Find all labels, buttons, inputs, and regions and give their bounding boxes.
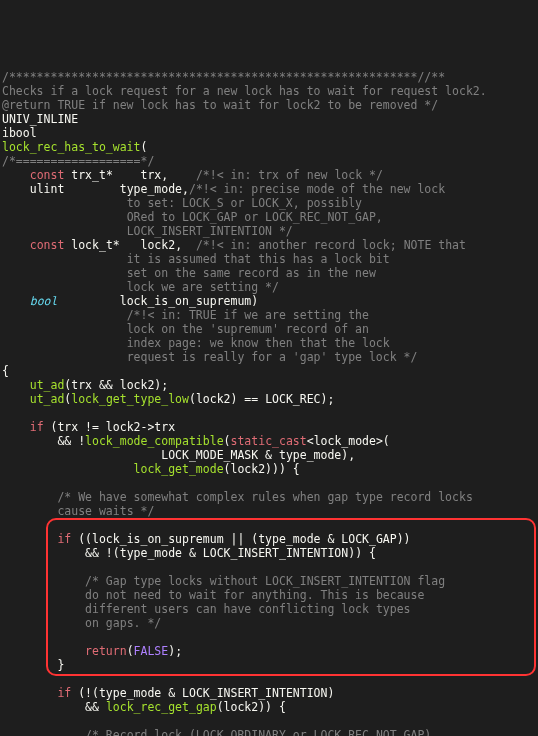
- param-comment: /*!< in: TRUE if we are setting the: [127, 308, 369, 322]
- macro: UNIV_INLINE: [2, 112, 78, 126]
- comment-line: different users can have conflicting loc…: [85, 602, 410, 616]
- param: type_mode: [120, 182, 182, 196]
- param-comment: it is assumed that this has a lock bit: [127, 252, 390, 266]
- comment-line: do not need to wait for anything. This i…: [85, 588, 424, 602]
- const: LOCK_INSERT_INTENTION: [182, 686, 327, 700]
- type: trx_t*: [71, 168, 113, 182]
- keyword: if: [30, 420, 44, 434]
- type: ulint: [30, 182, 65, 196]
- function-name: lock_rec_has_to_wait: [2, 140, 140, 154]
- keyword: if: [57, 532, 71, 546]
- call: lock_get_mode: [134, 462, 224, 476]
- const: LOCK_GAP: [341, 532, 396, 546]
- type: lock_t*: [71, 238, 119, 252]
- param: lock_is_on_supremum: [120, 294, 252, 308]
- comment-line: on gaps. */: [85, 616, 161, 630]
- param-comment: index page: we know then that the lock: [127, 336, 390, 350]
- param-comment: request is really for a 'gap' type lock …: [127, 350, 418, 364]
- param-comment: ORed to LOCK_GAP or LOCK_REC_NOT_GAP,: [127, 210, 383, 224]
- param-comment: lock we are setting */: [127, 280, 279, 294]
- keyword: return: [85, 644, 127, 658]
- param-comment: set on the same record as in the new: [127, 266, 376, 280]
- const: LOCK_REC: [265, 392, 320, 406]
- comment-line: /*==================*/: [2, 154, 154, 168]
- param-comment: to set: LOCK_S or LOCK_X, possibly: [127, 196, 362, 210]
- call: lock_get_type_low: [71, 392, 189, 406]
- keyword: if: [57, 686, 71, 700]
- param-comment: LOCK_INSERT_INTENTION */: [127, 224, 293, 238]
- comment-line: /* Record lock (LOCK_ORDINARY or LOCK_RE…: [85, 728, 431, 736]
- call: ut_ad: [30, 378, 65, 392]
- comment-line: Checks if a lock request for a new lock …: [2, 84, 487, 98]
- code-block: /***************************************…: [2, 56, 538, 736]
- call: ut_ad: [30, 392, 65, 406]
- param-comment: /*!< in: another record lock; NOTE that: [196, 238, 466, 252]
- return-type: ibool: [2, 126, 37, 140]
- const: FALSE: [134, 644, 169, 658]
- comment-line: cause waits */: [57, 504, 154, 518]
- param-comment: /*!< in: trx of new lock */: [196, 168, 383, 182]
- comment-line: /* We have somewhat complex rules when g…: [57, 490, 472, 504]
- comment-line: @return TRUE if new lock has to wait for…: [2, 98, 438, 112]
- keyword: const: [30, 168, 65, 182]
- param: trx: [141, 168, 162, 182]
- const: LOCK_MODE_MASK: [161, 448, 258, 462]
- keyword: static_cast: [231, 434, 307, 448]
- type: bool: [30, 294, 58, 308]
- comment-line: /* Gap type locks without LOCK_INSERT_IN…: [85, 574, 445, 588]
- keyword: const: [30, 238, 65, 252]
- const: LOCK_INSERT_INTENTION: [203, 546, 348, 560]
- call: lock_mode_compatible: [85, 434, 223, 448]
- type-arg: lock_mode: [314, 434, 376, 448]
- call: lock_rec_get_gap: [106, 700, 217, 714]
- param-comment: lock on the 'supremum' record of an: [127, 322, 369, 336]
- param: lock2: [141, 238, 176, 252]
- comment-line: /***************************************…: [2, 70, 445, 84]
- param-comment: /*!< in: precise mode of the new lock: [189, 182, 445, 196]
